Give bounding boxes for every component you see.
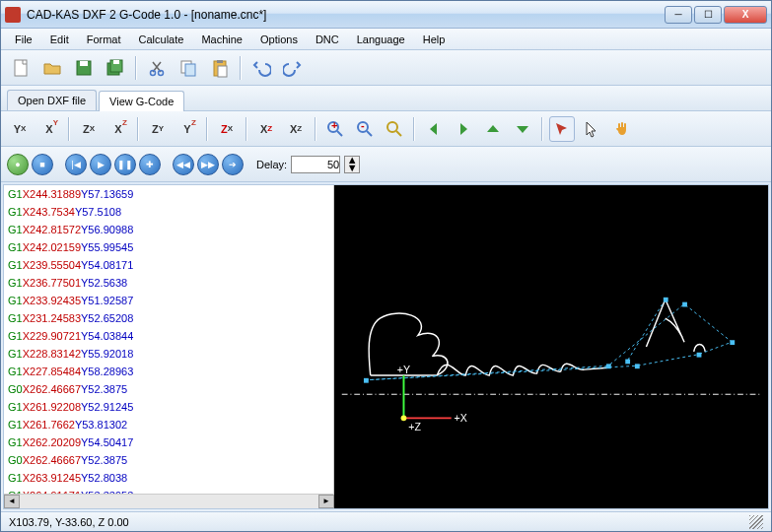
content-area: G1X244.31889Y57.13659G1X243.7534Y57.5108… bbox=[3, 184, 769, 509]
zoom-in-button[interactable]: + bbox=[322, 116, 348, 142]
gcode-line[interactable]: G1X244.31889Y57.13659 bbox=[4, 185, 333, 203]
axis-yx-button[interactable]: YX bbox=[7, 116, 33, 142]
pan-left-button[interactable] bbox=[421, 116, 447, 142]
gcode-line[interactable]: G1X242.81572Y56.90988 bbox=[4, 221, 333, 238]
menubar: File Edit Format Calculate Machine Optio… bbox=[1, 29, 771, 50]
menu-language[interactable]: Language bbox=[349, 32, 413, 47]
save-button[interactable] bbox=[70, 54, 98, 82]
save-all-button[interactable] bbox=[102, 54, 129, 82]
close-button[interactable]: X bbox=[724, 6, 767, 24]
copy-button[interactable] bbox=[175, 54, 202, 82]
svg-rect-9 bbox=[185, 64, 195, 76]
svg-rect-25 bbox=[730, 340, 735, 345]
svg-rect-22 bbox=[364, 378, 369, 383]
svg-text:+: + bbox=[331, 120, 337, 131]
menu-machine[interactable]: Machine bbox=[193, 32, 250, 47]
svg-rect-27 bbox=[635, 364, 640, 368]
titlebar: CAD-KAS DXF 2 G-Code 1.0 - [noname.cnc*]… bbox=[1, 1, 771, 29]
svg-rect-24 bbox=[682, 302, 687, 307]
playback-toolbar: ● ■ |◀ ▶ ❚❚ ✚ ◀◀ ▶▶ ➔ Delay: ▲▼ bbox=[1, 147, 771, 182]
zoom-fit-button[interactable] bbox=[382, 116, 407, 142]
tab-open-dxf[interactable]: Open DXF file bbox=[7, 90, 97, 110]
cursor-tool-button[interactable] bbox=[579, 116, 604, 142]
gcode-line[interactable]: G1X242.02159Y55.99545 bbox=[4, 238, 333, 256]
new-file-button[interactable] bbox=[7, 54, 35, 82]
undo-button[interactable] bbox=[247, 54, 275, 82]
gcode-line[interactable]: G1X229.90721Y54.03844 bbox=[4, 327, 333, 345]
minimize-button[interactable]: ─ bbox=[665, 6, 692, 24]
gcode-line[interactable]: G0X262.46667Y52.3875 bbox=[4, 380, 333, 398]
menu-calculate[interactable]: Calculate bbox=[131, 32, 192, 47]
axis-iso1-button[interactable]: ZX bbox=[214, 116, 240, 142]
pan-tool-button[interactable] bbox=[608, 116, 634, 142]
zoom-out-button[interactable]: - bbox=[352, 116, 378, 142]
preview-canvas[interactable]: +Y +X +Z bbox=[334, 185, 768, 508]
pan-down-button[interactable] bbox=[510, 116, 535, 142]
record-button[interactable]: ● bbox=[7, 154, 29, 175]
tab-strip: Open DXF file View G-Code bbox=[1, 86, 771, 111]
window-title: CAD-KAS DXF 2 G-Code 1.0 - [noname.cnc*] bbox=[27, 8, 665, 22]
prev-button[interactable]: ◀◀ bbox=[173, 154, 194, 175]
gcode-line[interactable]: G1X261.7662Y53.81302 bbox=[4, 416, 333, 433]
scroll-right-icon[interactable]: ► bbox=[318, 495, 334, 508]
axis-yz-button[interactable]: YZ bbox=[175, 116, 200, 142]
axis-xy-button[interactable]: XY bbox=[36, 116, 62, 142]
step-button[interactable]: ✚ bbox=[139, 154, 161, 175]
stop-button[interactable]: ■ bbox=[32, 154, 53, 175]
gcode-line[interactable]: G1X263.91245Y52.8038 bbox=[4, 469, 333, 487]
tab-view-gcode[interactable]: View G-Code bbox=[99, 91, 184, 111]
gcode-line[interactable]: G1X227.85484Y58.28963 bbox=[4, 363, 333, 380]
menu-edit[interactable]: Edit bbox=[42, 32, 77, 47]
svg-rect-2 bbox=[80, 61, 88, 66]
axis-x-label: +X bbox=[455, 412, 467, 424]
gcode-line[interactable]: G1X261.92208Y52.91245 bbox=[4, 398, 333, 416]
svg-rect-29 bbox=[625, 360, 630, 365]
scroll-left-icon[interactable]: ◄ bbox=[4, 495, 20, 508]
gcode-line[interactable]: G1X231.24583Y52.65208 bbox=[4, 309, 333, 327]
redo-button[interactable] bbox=[279, 54, 307, 82]
pan-up-button[interactable] bbox=[480, 116, 506, 142]
next-button[interactable]: ▶▶ bbox=[197, 154, 219, 175]
gcode-line[interactable]: G0X262.46667Y52.3875 bbox=[4, 451, 333, 469]
svg-rect-0 bbox=[15, 60, 27, 76]
svg-text:-: - bbox=[361, 120, 365, 131]
gcode-line[interactable]: G1X236.77501Y52.5638 bbox=[4, 274, 333, 292]
axis-xz-button[interactable]: XZ bbox=[105, 116, 131, 142]
axis-zx-button[interactable]: ZX bbox=[76, 116, 102, 142]
skip-end-button[interactable]: ➔ bbox=[222, 154, 244, 175]
gcode-line[interactable]: G1X264.91171Y53.33953 bbox=[4, 487, 333, 494]
status-coordinates: X103.79, Y-33.60, Z 0.00 bbox=[9, 516, 129, 528]
paste-button[interactable] bbox=[206, 54, 234, 82]
svg-rect-26 bbox=[697, 353, 702, 358]
gcode-list[interactable]: G1X244.31889Y57.13659G1X243.7534Y57.5108… bbox=[4, 185, 334, 494]
axis-xz2-button[interactable]: XZ bbox=[253, 116, 279, 142]
resize-grip-icon[interactable] bbox=[749, 515, 763, 529]
axis-xz3-button[interactable]: XZ bbox=[283, 116, 309, 142]
play-button[interactable]: ▶ bbox=[90, 154, 111, 175]
hscrollbar[interactable]: ◄ ► bbox=[4, 494, 334, 508]
axis-zy-button[interactable]: ZY bbox=[145, 116, 171, 142]
menu-help[interactable]: Help bbox=[415, 32, 454, 47]
gcode-line[interactable]: G1X228.83142Y55.92018 bbox=[4, 345, 333, 363]
statusbar: X103.79, Y-33.60, Z 0.00 bbox=[1, 511, 771, 531]
gcode-line[interactable]: G1X233.92435Y51.92587 bbox=[4, 292, 333, 309]
delay-input[interactable] bbox=[291, 156, 340, 173]
gcode-line[interactable]: G1X243.7534Y57.5108 bbox=[4, 203, 333, 221]
axis-indicator: +Y +X +Z bbox=[397, 364, 467, 432]
select-tool-button[interactable] bbox=[549, 116, 575, 142]
view-toolbar: YX XY ZX XZ ZY YZ ZX XZ XZ + - bbox=[1, 111, 771, 147]
gcode-line[interactable]: G1X239.55504Y54.08171 bbox=[4, 256, 333, 274]
gcode-line[interactable]: G1X262.20209Y54.50417 bbox=[4, 433, 333, 451]
delay-spinner[interactable]: ▲▼ bbox=[344, 156, 360, 173]
skip-start-button[interactable]: |◀ bbox=[65, 154, 87, 175]
selection-path bbox=[366, 299, 732, 380]
pause-button[interactable]: ❚❚ bbox=[114, 154, 136, 175]
menu-format[interactable]: Format bbox=[79, 32, 129, 47]
menu-options[interactable]: Options bbox=[252, 32, 306, 47]
pan-right-button[interactable] bbox=[451, 116, 476, 142]
menu-file[interactable]: File bbox=[7, 32, 40, 47]
open-file-button[interactable] bbox=[38, 54, 66, 82]
menu-dnc[interactable]: DNC bbox=[308, 32, 347, 47]
cut-button[interactable] bbox=[143, 54, 171, 82]
maximize-button[interactable]: ☐ bbox=[694, 6, 722, 24]
